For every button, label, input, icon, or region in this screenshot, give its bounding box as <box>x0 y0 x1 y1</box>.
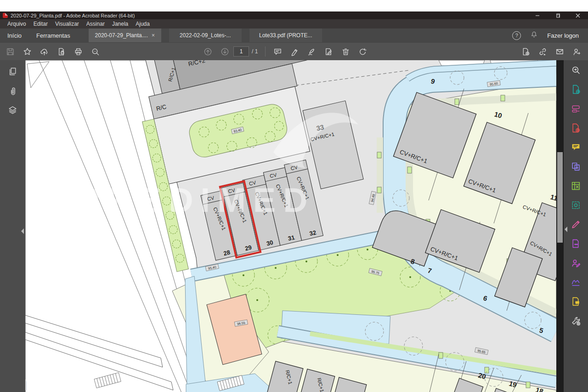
export-spreadsheet-icon[interactable] <box>571 181 581 193</box>
minimize-button[interactable] <box>527 11 548 19</box>
comment-icon[interactable] <box>269 47 286 56</box>
highlight-icon[interactable] <box>286 47 303 56</box>
search-document-icon[interactable] <box>571 65 581 77</box>
convert-pdf-icon[interactable] <box>517 47 534 56</box>
star-favorite-icon[interactable] <box>19 47 36 56</box>
tab-label: 2020-07-29_Planta.... <box>95 32 148 39</box>
collapse-left-panel-button[interactable] <box>21 228 24 234</box>
menu-arquivo[interactable]: Arquivo <box>4 21 30 27</box>
share-link-icon[interactable] <box>534 47 551 56</box>
tab-label: 2022-02-09_Lotes-... <box>180 32 231 39</box>
tab-tools[interactable]: Ferramentas <box>29 32 78 39</box>
combine-files-icon[interactable] <box>571 161 581 174</box>
close-button[interactable] <box>568 11 588 19</box>
window-title: 2020-07-29_Planta.pdf - Adobe Acrobat Re… <box>11 13 135 18</box>
menu-assinar[interactable]: Assinar <box>83 21 108 27</box>
scan-ocr-icon[interactable] <box>571 200 581 212</box>
menu-visualizar[interactable]: Visualizar <box>51 21 83 27</box>
request-signatures-icon[interactable] <box>571 258 581 270</box>
help-icon[interactable]: ? <box>512 31 521 40</box>
acrobat-window: 2020-07-29_Planta.pdf - Adobe Acrobat Re… <box>0 11 588 392</box>
page-total-label: / 1 <box>252 48 258 55</box>
create-pdf-icon[interactable] <box>571 123 581 135</box>
review-comments-icon[interactable] <box>571 296 581 309</box>
attachments-icon[interactable] <box>8 86 17 97</box>
previous-page-icon[interactable] <box>199 47 216 56</box>
page-number-input[interactable] <box>233 46 249 57</box>
edit-pdf-icon[interactable] <box>571 103 581 116</box>
tab-bar: Início Ferramentas 2020-07-29_Planta....… <box>0 28 588 42</box>
corner-watermark: im <box>25 370 28 392</box>
main-toolbar: / 1 <box>0 42 588 60</box>
share-people-icon[interactable] <box>568 47 585 56</box>
comment-tool-icon[interactable] <box>571 142 581 154</box>
menu-ajuda[interactable]: Ajuda <box>132 21 153 27</box>
export-pdf-icon[interactable] <box>571 84 581 97</box>
next-page-icon[interactable] <box>216 47 233 56</box>
pdf-page-view: im <box>25 60 556 392</box>
menu-bar: Arquivo Editar Visualizar Assinar Janela… <box>0 19 588 28</box>
notifications-bell-icon[interactable] <box>530 31 538 40</box>
search-zoom-icon[interactable] <box>87 47 104 56</box>
tab-close-icon[interactable]: × <box>152 32 155 39</box>
share-cloud-icon[interactable] <box>36 47 53 56</box>
fill-sign-tool-icon[interactable] <box>571 219 581 232</box>
restore-button[interactable] <box>548 11 568 19</box>
menu-janela[interactable]: Janela <box>108 21 132 27</box>
rotate-pages-icon[interactable] <box>354 47 371 56</box>
redact-icon[interactable] <box>571 239 581 251</box>
email-icon[interactable] <box>551 47 568 56</box>
tab-document-lote33[interactable]: Lote33.pdf (PROTE... <box>249 28 322 42</box>
expand-right-panel-button[interactable] <box>565 227 567 232</box>
document-canvas[interactable]: R/C+1 R/C+2 R/C 93.40 <box>25 60 556 392</box>
certificates-icon[interactable] <box>571 277 581 290</box>
save-icon[interactable] <box>2 47 19 56</box>
left-panel-rail <box>0 60 25 392</box>
page-thumbnails-icon[interactable] <box>8 67 17 78</box>
menu-editar[interactable]: Editar <box>30 21 51 27</box>
scrollbar-thumb[interactable] <box>557 152 563 243</box>
watermark-text: PREDIMED <box>77 181 315 219</box>
toolbar-separator <box>265 46 266 57</box>
more-tools-icon[interactable] <box>571 316 581 328</box>
layers-icon[interactable] <box>8 105 17 117</box>
tab-document-planta[interactable]: 2020-07-29_Planta.... × <box>89 28 161 42</box>
title-bar: 2020-07-29_Planta.pdf - Adobe Acrobat Re… <box>0 11 588 19</box>
sign-in-button[interactable]: Fazer logon <box>547 32 579 39</box>
print-icon[interactable] <box>70 47 87 56</box>
tab-document-lotes[interactable]: 2022-02-09_Lotes-... <box>169 28 242 42</box>
protected-document-icon[interactable] <box>53 47 70 56</box>
sign-pen-icon[interactable] <box>303 47 320 56</box>
fill-sign-icon[interactable] <box>320 47 337 56</box>
acrobat-pdf-icon <box>3 13 8 18</box>
tab-label: Lote33.pdf (PROTE... <box>259 32 312 39</box>
tab-home[interactable]: Início <box>0 32 29 39</box>
delete-pages-icon[interactable] <box>337 47 354 56</box>
tools-panel-rail <box>564 60 588 392</box>
vertical-scrollbar[interactable] <box>556 60 564 392</box>
